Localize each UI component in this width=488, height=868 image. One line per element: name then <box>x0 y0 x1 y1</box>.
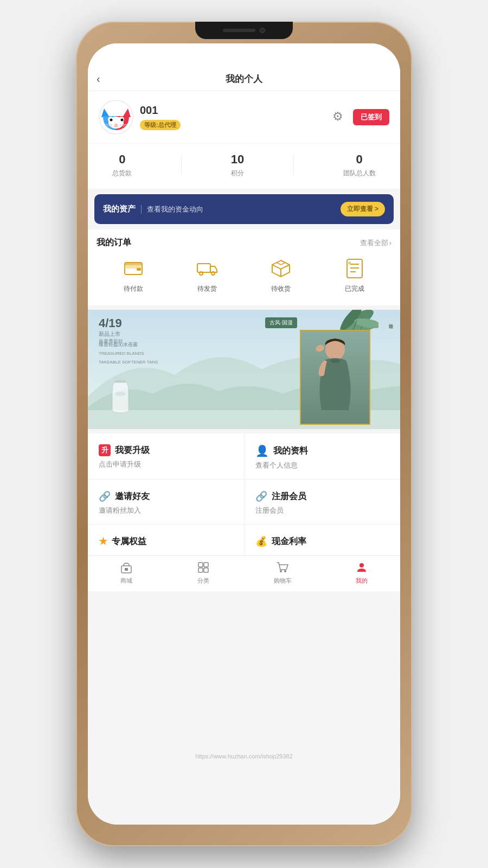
product-bottle <box>104 375 137 418</box>
svg-rect-39 <box>125 568 128 571</box>
upgrade-sub: 点击申请升级 <box>99 459 233 469</box>
benefits-title: ★ 专属权益 <box>99 535 233 547</box>
nav-label-shop: 商城 <box>120 577 132 585</box>
nav-label-cart: 购物车 <box>274 577 292 585</box>
banner-text: 臻首轻盈沁水蓓露 TREASURED BLANDS TAKEABLE SOFTE… <box>99 340 158 367</box>
box-icon <box>269 256 293 280</box>
stat-divider-1 <box>181 155 182 176</box>
assets-view-button[interactable]: 立即查看 > <box>341 202 385 216</box>
order-label-pending-pay: 待付款 <box>124 284 143 293</box>
order-label-pending-ship: 待发货 <box>197 284 217 293</box>
wallet-icon <box>121 256 145 280</box>
grid-item-register[interactable]: 🔗 注册会员 注册会员 <box>245 480 401 524</box>
stat-item-goods: 0 总货款 <box>112 152 132 178</box>
svg-point-29 <box>115 392 126 396</box>
cashrate-title: 💰 现金利率 <box>255 535 390 547</box>
shop-icon <box>119 560 133 575</box>
grid-item-upgrade[interactable]: 升 我要升级 点击申请升级 <box>88 433 244 479</box>
upgrade-icon: 升 <box>99 444 111 456</box>
nav-item-shop[interactable]: 商城 <box>119 560 133 585</box>
invite-title: 🔗 邀请好友 <box>99 490 233 502</box>
share-icon-invite: 🔗 <box>99 490 111 502</box>
stat-divider-2 <box>293 155 294 176</box>
svg-point-45 <box>284 570 286 572</box>
register-title: 🔗 注册会员 <box>255 490 390 502</box>
svg-point-6 <box>110 119 113 122</box>
order-item-pending-pay[interactable]: 待付款 <box>121 256 145 293</box>
stat-label-points: 积分 <box>231 169 244 178</box>
notch <box>195 22 293 39</box>
upgrade-title: 升 我要升级 <box>99 444 233 456</box>
svg-point-18 <box>211 272 215 275</box>
back-button[interactable]: ‹ <box>97 73 100 85</box>
grid-item-invite[interactable]: 🔗 邀请好友 邀请粉丝加入 <box>88 480 244 524</box>
stat-item-team: 0 团队总人数 <box>343 152 376 178</box>
profile-menu-icon: 👤 <box>255 444 269 457</box>
svg-rect-40 <box>198 563 203 567</box>
svg-point-46 <box>359 563 364 567</box>
banner-model <box>300 330 370 425</box>
avatar <box>99 100 133 135</box>
orders-more-link[interactable]: 查看全部 › <box>360 238 391 248</box>
stat-label-goods: 总货款 <box>112 169 132 178</box>
promo-banner: 4/19 新品上市 春夏季新款 臻首轻盈沁水蓓露 TREASURED BLAND… <box>88 310 400 429</box>
order-item-pending-ship[interactable]: 待发货 <box>195 256 219 293</box>
checkin-button[interactable]: 已签到 <box>353 109 389 125</box>
profile-section: 001 等级:总代理 ⚙ 已签到 <box>88 91 400 143</box>
profile-left: 001 等级:总代理 <box>99 100 181 135</box>
stats-section: 0 总货款 10 积分 0 团队总人数 <box>88 144 400 189</box>
invite-sub: 邀请粉丝加入 <box>99 506 233 515</box>
svg-rect-25 <box>348 261 351 264</box>
top-nav: ‹ 我的个人 <box>88 67 400 91</box>
page-title: 我的个人 <box>226 73 262 85</box>
grid-item-profile[interactable]: 👤 我的资料 查看个人信息 <box>245 433 401 479</box>
stat-value-goods: 0 <box>119 152 125 167</box>
mine-icon <box>355 560 369 575</box>
profile-menu-title: 👤 我的资料 <box>255 444 390 457</box>
svg-rect-15 <box>137 268 141 271</box>
svg-rect-28 <box>115 380 126 382</box>
order-item-completed[interactable]: 已完成 <box>343 256 367 293</box>
nav-item-mine[interactable]: 我的 <box>355 560 369 585</box>
svg-point-8 <box>114 124 118 126</box>
banner-tag: 古风·国漫 <box>265 317 297 328</box>
watermark: https://www.huzhan.com/ishop29382 <box>88 753 400 760</box>
grid-item-benefits[interactable]: ★ 专属权益 <box>88 525 244 555</box>
register-sub: 注册会员 <box>255 506 390 515</box>
order-item-pending-receive[interactable]: 待收货 <box>269 256 293 293</box>
svg-point-7 <box>121 119 124 122</box>
stat-value-points: 10 <box>231 152 244 167</box>
nav-label-mine: 我的 <box>356 577 368 585</box>
orders-header: 我的订单 查看全部 › <box>97 237 391 248</box>
status-bar <box>88 43 400 67</box>
assets-banner-divider <box>141 205 142 214</box>
svg-rect-42 <box>198 568 203 572</box>
stat-item-points: 10 积分 <box>231 152 244 178</box>
assets-title: 我的资产 <box>103 204 136 214</box>
notch-camera <box>260 28 265 33</box>
svg-point-17 <box>200 272 203 275</box>
order-icons: 待付款 待发货 <box>97 256 391 301</box>
phone-shell: ‹ 我的个人 <box>76 22 412 846</box>
profile-menu-sub: 查看个人信息 <box>255 461 390 470</box>
nav-item-cart[interactable]: 购物车 <box>274 560 292 585</box>
svg-point-37 <box>314 343 325 353</box>
grid-item-cashrate[interactable]: 💰 现金利率 <box>245 525 401 555</box>
settings-icon[interactable]: ⚙ <box>332 110 348 125</box>
grid-menu: 升 我要升级 点击申请升级 👤 我的资料 查看个人信息 🔗 <box>88 433 400 555</box>
order-label-completed: 已完成 <box>345 284 364 293</box>
svg-rect-43 <box>204 568 208 572</box>
share-icon-register: 🔗 <box>255 490 267 502</box>
notch-speaker <box>223 29 255 32</box>
svg-rect-16 <box>197 264 210 272</box>
stat-label-team: 团队总人数 <box>343 169 376 178</box>
username: 001 <box>140 104 181 117</box>
assets-banner[interactable]: 我的资产 查看我的资金动向 立即查看 > <box>94 194 394 224</box>
level-badge: 等级:总代理 <box>140 120 181 130</box>
cashrate-icon: 💰 <box>255 535 267 547</box>
nav-label-category: 分类 <box>197 577 209 585</box>
stat-value-team: 0 <box>356 152 363 167</box>
nav-item-category[interactable]: 分类 <box>196 560 210 585</box>
bottom-nav: 商城 分类 <box>88 556 400 591</box>
cart-icon <box>275 560 290 575</box>
